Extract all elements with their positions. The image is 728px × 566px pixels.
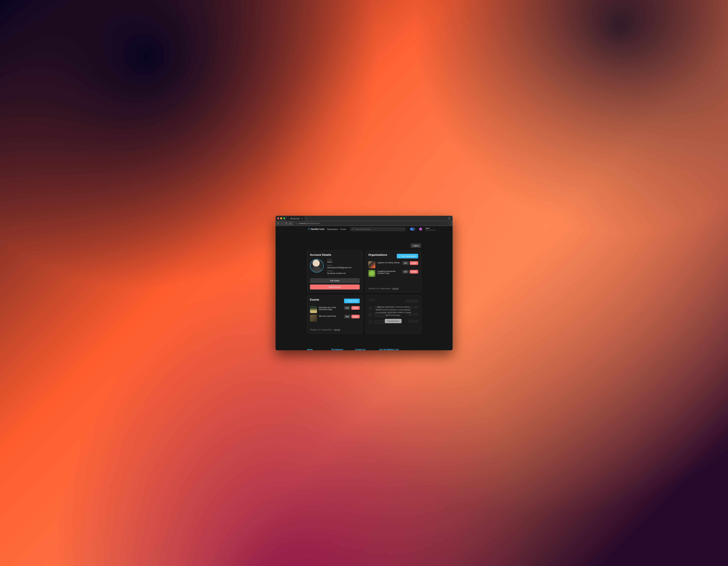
delete-button[interactable]: Delete	[410, 261, 418, 265]
minimize-window-button[interactable]	[280, 218, 282, 219]
forward-button[interactable]	[281, 223, 283, 225]
user-name: Adam	[425, 227, 435, 229]
back-button[interactable]	[277, 223, 279, 225]
footer-home-heading[interactable]: Home	[307, 348, 328, 350]
delete-button[interactable]: Delete	[351, 306, 360, 310]
event-name[interactable]: Reinstate rule of the Advocato Kings	[319, 306, 342, 310]
coming-soon-button: Coming Soon!	[385, 319, 402, 323]
account-details-card: Account Details NAME Adam EMAIL adamtayl…	[307, 251, 363, 292]
footer-mailing-heading: Join the Mailing List!	[379, 348, 421, 350]
organization-row: Legions of Lurking Llamas Edit Delete	[368, 261, 418, 268]
logout-button[interactable]: Logout	[411, 244, 421, 248]
name-label: NAME	[327, 259, 360, 261]
search-icon	[352, 228, 354, 230]
events-card: Events + New Event Reinstate rule of the…	[307, 295, 363, 333]
card-title: Organizations	[368, 253, 387, 257]
footer-contact-heading[interactable]: Contact Us	[355, 348, 376, 350]
edit-button[interactable]: Edit	[344, 306, 350, 310]
browser-tab[interactable]: ♡ My Account ✕	[287, 217, 304, 221]
event-row: Slay the Lizard King Edit Delete	[310, 315, 360, 322]
theme-toggle[interactable]	[410, 228, 415, 231]
view-all-link[interactable]: View All	[392, 287, 398, 289]
home-button[interactable]	[289, 223, 292, 225]
browser-toolbar: localhost:3001/dashboard ☆	[276, 221, 453, 226]
plus-icon: +	[346, 300, 348, 302]
browser-window: ♡ My Account ✕ + localhost:3001/dashboar…	[276, 216, 453, 350]
reload-button[interactable]	[285, 223, 287, 225]
view-all-link[interactable]: View All	[334, 329, 340, 331]
moon-icon	[413, 228, 415, 230]
delete-account-button[interactable]: Delete Account	[310, 284, 360, 289]
plus-icon: +	[399, 255, 400, 257]
user-menu[interactable]: Adam My Account	[425, 227, 435, 231]
event-name[interactable]: Slay the Lizard King	[319, 315, 342, 317]
heart-icon	[308, 228, 310, 230]
organization-image	[368, 261, 375, 268]
edit-button[interactable]: Edit	[402, 261, 409, 265]
search-input[interactable]	[355, 228, 404, 230]
new-job-button-disabled: + New Job	[406, 299, 418, 303]
edit-button[interactable]: Edit	[344, 315, 350, 318]
delete-button[interactable]: Delete	[351, 315, 360, 318]
user-avatar[interactable]	[419, 228, 422, 231]
maximize-window-button[interactable]	[283, 218, 285, 219]
new-event-button[interactable]: + New Event	[344, 298, 360, 303]
phone-label: PHONE	[327, 270, 360, 272]
profile-avatar	[310, 259, 324, 273]
organization-row: Laughing Guacamole Creative Copy Edit De…	[368, 270, 418, 277]
heart-icon: ♡	[288, 218, 290, 220]
edit-button[interactable]: Edit	[402, 270, 409, 274]
showing-text: Showing 2 of 2 organizations - View All	[368, 287, 418, 289]
site-info-icon[interactable]	[296, 223, 297, 225]
jobs-card: Jobs + New Job	[365, 295, 421, 333]
showing-text: Showing 2 of 2 organizations - View All	[310, 329, 360, 331]
delete-button[interactable]: Delete	[410, 270, 418, 274]
address-bar[interactable]: localhost:3001/dashboard ☆	[294, 222, 451, 226]
tab-title: My Account	[291, 218, 300, 220]
event-image	[310, 306, 317, 313]
site-footer: Home Organizations The Network Events Co…	[276, 348, 453, 350]
bookmark-icon[interactable]: ☆	[447, 223, 449, 225]
site-header: NorthId Health Organizations Events Adam…	[276, 226, 453, 232]
chevron-down-icon	[449, 218, 450, 219]
organization-name[interactable]: Laughing Guacamole Creative Copy	[377, 270, 400, 274]
new-tab-button[interactable]: +	[305, 217, 307, 220]
phone-value: No phone number set	[327, 272, 360, 274]
organizations-card: Organizations + New Organization Legions…	[365, 251, 421, 292]
brand-logo[interactable]: NorthId Health	[308, 228, 325, 230]
close-tab-icon[interactable]: ✕	[301, 218, 303, 220]
window-controls	[277, 218, 285, 219]
search-box[interactable]	[350, 227, 406, 231]
email-value: adamtaylor0795@gmail.com	[327, 267, 360, 269]
card-title: Account Details	[310, 253, 360, 257]
footer-network-heading[interactable]: The Network	[331, 348, 352, 350]
brand-text: NorthId Health	[311, 228, 325, 230]
close-window-button[interactable]	[277, 218, 279, 219]
svg-point-1	[352, 228, 353, 230]
edit-details-button[interactable]: Edit Details	[310, 278, 360, 283]
new-organization-button[interactable]: + New Organization	[397, 254, 418, 259]
email-label: EMAIL	[327, 265, 360, 266]
nav-organizations[interactable]: Organizations	[327, 228, 338, 230]
card-title: Jobs	[368, 298, 375, 301]
card-title: Events	[310, 298, 319, 301]
user-sub: My Account	[425, 229, 435, 231]
name-value: Adam	[327, 261, 360, 263]
page-content: NorthId Health Organizations Events Adam…	[276, 226, 453, 350]
browser-tabbar: ♡ My Account ✕ +	[276, 216, 453, 221]
url-host: localhost:3001/dashboard	[299, 223, 320, 225]
event-image	[310, 315, 317, 322]
nav-events[interactable]: Events	[340, 228, 346, 230]
info-icon	[434, 229, 435, 231]
organization-image	[368, 270, 375, 277]
tabs-menu-button[interactable]	[448, 217, 451, 220]
jobs-overlay: Jobs are a great way to find local talen…	[375, 305, 411, 323]
event-row: Reinstate rule of the Advocato Kings Edi…	[310, 306, 360, 313]
organization-name[interactable]: Legions of Lurking Llamas	[377, 261, 400, 264]
